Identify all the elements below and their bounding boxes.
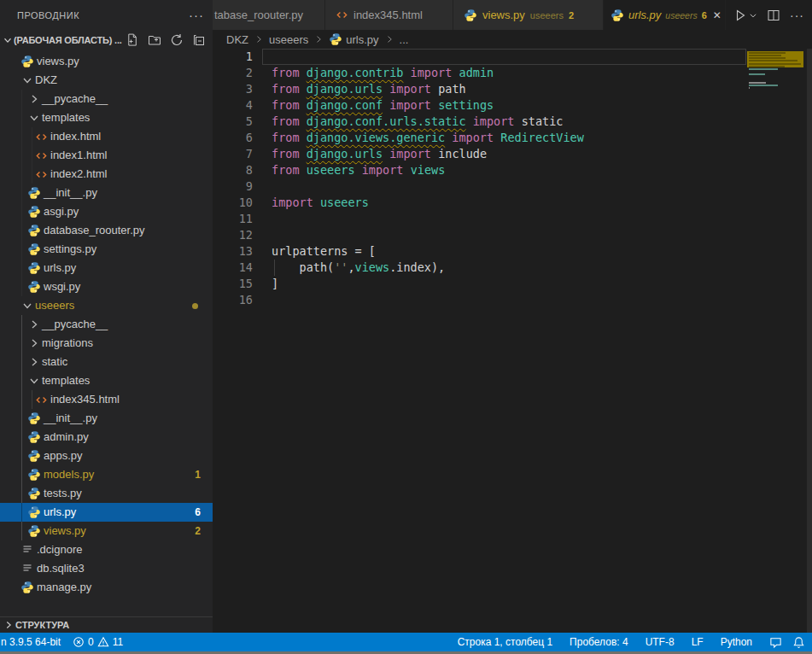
minimap[interactable] <box>747 49 807 633</box>
chevron-right-icon <box>27 318 41 331</box>
tab-tabase_roouter.py[interactable]: tabase_roouter.py <box>213 0 325 30</box>
tab-urls.py[interactable]: urls.pyuseeers6✕ <box>604 0 726 30</box>
code-editor[interactable]: 12from django.contrib import admin3from … <box>213 49 812 633</box>
python-icon <box>27 430 41 444</box>
status-language-mode[interactable]: Python <box>721 636 752 648</box>
tree-item-apps.py[interactable]: apps.py <box>0 447 213 465</box>
html-icon <box>336 9 348 21</box>
code-line-3: from django.urls import path <box>272 81 466 97</box>
python-icon <box>27 412 41 425</box>
breadcrumb-item-...[interactable]: ... <box>400 33 409 46</box>
tree-item-asgi.py[interactable]: asgi.py <box>0 202 213 221</box>
tab-index345.html[interactable]: index345.html <box>325 0 453 30</box>
split-editor-icon[interactable] <box>767 9 780 22</box>
tree-item-migrations[interactable]: migrations <box>0 334 213 353</box>
breadcrumb-item-DKZ[interactable]: DKZ <box>226 33 248 46</box>
tree-item-__init__.py[interactable]: __init__.py <box>0 409 213 428</box>
tree-item-admin.py[interactable]: admin.py <box>0 428 213 447</box>
problems-badge: 2 <box>195 522 201 540</box>
outline-section-header[interactable]: СТРУКТУРА <box>0 616 213 633</box>
line-number: 5 <box>213 114 253 130</box>
tree-item-index1.html[interactable]: index1.html <box>0 146 213 165</box>
status-encoding[interactable]: UTF-8 <box>646 636 675 648</box>
chevron-right-icon <box>27 336 41 350</box>
breadcrumb-item-urls.py[interactable]: urls.py <box>329 32 378 46</box>
status-indentation[interactable]: Пробелов: 4 <box>570 636 628 648</box>
chevron-right-icon <box>27 92 41 106</box>
tree-item-settings.py[interactable]: settings.py <box>0 240 213 259</box>
line-number: 9 <box>213 178 253 195</box>
tree-item-views.py[interactable]: views.py <box>0 52 213 71</box>
run-button[interactable] <box>733 9 757 22</box>
tree-item-templates[interactable]: templates <box>0 108 213 127</box>
tree-item-views.py[interactable]: views.py2 <box>0 522 213 540</box>
more-actions-icon[interactable]: ··· <box>790 12 804 19</box>
tree-item-index.html[interactable]: index.html <box>0 127 213 146</box>
file-icon <box>20 562 34 575</box>
tree-item-__pycache__[interactable]: __pycache__ <box>0 315 213 334</box>
tree-item-database_roouter.py[interactable]: database_roouter.py <box>0 221 213 240</box>
python-icon <box>27 280 41 294</box>
status-eol[interactable]: LF <box>692 636 704 648</box>
python-icon <box>27 261 41 275</box>
collapse-all-icon[interactable] <box>192 33 206 47</box>
tree-item-useeers[interactable]: useeers <box>0 296 213 315</box>
scrollbar[interactable] <box>807 49 812 633</box>
tab-label: tabase_roouter.py <box>214 9 303 21</box>
tab-views.py[interactable]: views.pyuseeers2 <box>453 0 604 30</box>
tab-label: views.py <box>482 9 525 21</box>
code-line-10: import useeers <box>272 195 369 211</box>
tree-item-static[interactable]: static <box>0 353 213 371</box>
line-number: 4 <box>213 97 253 114</box>
tree-item-templates[interactable]: templates <box>0 371 213 390</box>
tree-item-wsgi.py[interactable]: wsgi.py <box>0 277 213 296</box>
tree-item-index2.html[interactable]: index2.html <box>0 165 213 184</box>
breadcrumb[interactable]: DKZuseeersurls.py... <box>213 30 812 49</box>
feedback-icon[interactable] <box>769 636 782 649</box>
tree-item-DKZ[interactable]: DKZ <box>0 71 213 90</box>
tree-item-manage.py[interactable]: manage.py <box>0 578 213 597</box>
chevron-down-icon <box>2 33 14 47</box>
problems-indicator[interactable]: 0 11 <box>73 636 123 648</box>
python-icon <box>329 32 342 46</box>
notifications-icon[interactable] <box>792 636 805 649</box>
python-version[interactable]: n 3.9.5 64-bit <box>1 636 61 648</box>
html-icon <box>35 168 48 181</box>
line-number: 8 <box>213 162 253 178</box>
python-icon <box>27 505 41 519</box>
new-file-icon[interactable] <box>126 33 139 47</box>
editor-area: tabase_roouter.pyindex345.htmlviews.pyus… <box>213 0 812 633</box>
tree-item-.dcignore[interactable]: .dcignore <box>0 540 213 559</box>
explorer-more-icon[interactable]: ··· <box>189 12 204 19</box>
chevron-down-icon <box>27 111 41 125</box>
tree-item-tests.py[interactable]: tests.py <box>0 484 213 503</box>
workspace-section-header[interactable]: (РАБОЧАЯ ОБЛАСТЬ) ... <box>0 30 213 50</box>
explorer-title: ПРОВОДНИК <box>17 10 189 20</box>
chevron-down-icon <box>749 11 757 20</box>
python-icon <box>20 55 34 68</box>
breadcrumb-item-useeers[interactable]: useeers <box>269 33 308 46</box>
code-line-5: from django.conf.urls.static import stat… <box>272 114 563 130</box>
tree-item-index345.html[interactable]: index345.html <box>0 390 213 409</box>
close-icon[interactable]: ✕ <box>713 9 721 21</box>
line-number: 10 <box>213 195 253 211</box>
new-folder-icon[interactable] <box>148 33 161 47</box>
tree-item-__init__.py[interactable]: __init__.py <box>0 184 213 202</box>
run-icon <box>733 9 747 22</box>
outline-label: СТРУКТУРА <box>15 620 69 630</box>
chevron-down-icon <box>20 73 34 87</box>
line-number: 7 <box>213 146 253 162</box>
tree-item-urls.py[interactable]: urls.py6 <box>0 503 213 522</box>
error-count: 0 <box>88 636 94 648</box>
status-cursor-position[interactable]: Строка 1, столбец 1 <box>458 636 552 648</box>
python-icon <box>27 224 41 237</box>
tab-desc: useeers <box>530 10 564 20</box>
explorer-actions <box>126 33 213 47</box>
refresh-icon[interactable] <box>170 33 184 47</box>
tree-item-__pycache__[interactable]: __pycache__ <box>0 90 213 108</box>
tab-desc: useeers <box>665 10 697 20</box>
tree-item-models.py[interactable]: models.py1 <box>0 465 213 484</box>
tree-item-urls.py[interactable]: urls.py <box>0 259 213 277</box>
chevron-down-icon <box>27 374 41 388</box>
tree-item-db.sqlite3[interactable]: db.sqlite3 <box>0 559 213 578</box>
